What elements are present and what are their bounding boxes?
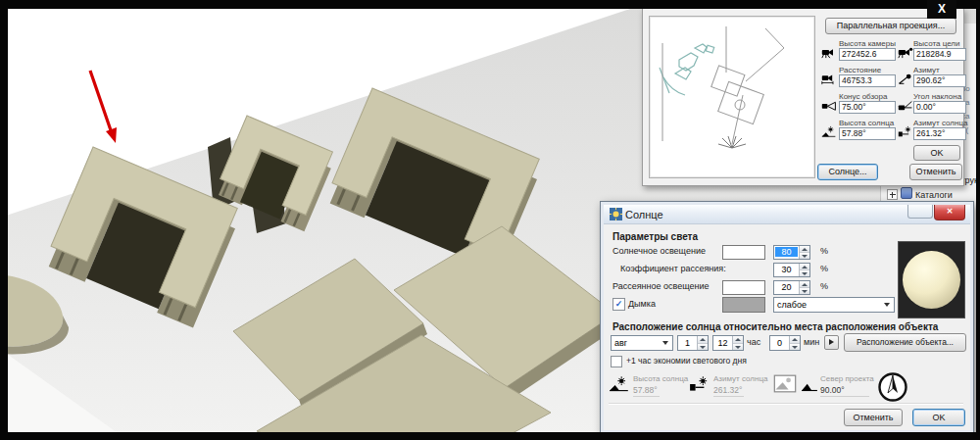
stepper-down-icon[interactable] bbox=[790, 344, 800, 351]
month-dropdown[interactable]: авг bbox=[611, 335, 673, 351]
minute-stepper[interactable]: 0 bbox=[769, 335, 801, 351]
minute-unit-label: мин bbox=[804, 337, 819, 347]
stepper-up-icon[interactable] bbox=[698, 336, 708, 344]
field-label: Высота цели bbox=[913, 39, 960, 48]
catalog-icon bbox=[901, 187, 912, 199]
north-icon bbox=[801, 380, 818, 392]
material-preview bbox=[898, 241, 965, 318]
azimuth-field[interactable]: 290.62° bbox=[913, 74, 966, 87]
stepper-down-icon[interactable] bbox=[800, 288, 809, 294]
frame-right bbox=[976, 0, 980, 440]
ok-button[interactable]: OK bbox=[912, 409, 965, 426]
projection-settings-dialog: Параллельная проекция... Высота камеры 2… bbox=[642, 8, 964, 186]
sun-altitude-icon bbox=[609, 376, 630, 392]
stepper-up-icon[interactable] bbox=[800, 246, 809, 253]
sun-dialog: Солнце ✕ Параметры света Солнечное освещ… bbox=[600, 201, 974, 434]
target-height-icon bbox=[898, 46, 913, 59]
azimuth-icon bbox=[898, 73, 913, 85]
ambient-label: Рассеянное освещение bbox=[612, 281, 710, 291]
frame-bottom bbox=[0, 432, 980, 440]
ok-button[interactable]: OK bbox=[913, 145, 960, 161]
tilt-angle-field[interactable]: 0.00° bbox=[913, 101, 966, 114]
object-location-button[interactable]: Расположение объекта... bbox=[844, 333, 966, 352]
altitude-value: 57.88° bbox=[633, 385, 660, 397]
camera-height-field[interactable]: 272452.6 bbox=[839, 48, 896, 61]
chevron-down-icon bbox=[662, 341, 668, 345]
sun-azimuth-field[interactable]: 261.32° bbox=[913, 127, 966, 140]
sun-azimuth-icon bbox=[689, 376, 710, 392]
close-icon[interactable]: ✕ bbox=[934, 205, 965, 220]
percent-label: % bbox=[820, 264, 828, 273]
plan-preview-drawing bbox=[650, 17, 814, 177]
sun-azimuth-icon bbox=[898, 125, 913, 138]
cancel-button[interactable]: Отменить bbox=[909, 164, 962, 180]
stepper-down-icon[interactable] bbox=[698, 344, 708, 351]
field-label: Конус обзора bbox=[839, 92, 887, 101]
stepper-down-icon[interactable] bbox=[800, 253, 809, 259]
project-north-value[interactable]: 90.00° bbox=[820, 385, 869, 397]
sun-dialog-titlebar[interactable]: Солнце ✕ bbox=[604, 205, 970, 224]
ambient-color-swatch[interactable] bbox=[722, 280, 765, 295]
stepper-up-icon[interactable] bbox=[800, 264, 809, 270]
help-button[interactable] bbox=[907, 205, 933, 219]
day-stepper[interactable]: 1 bbox=[677, 335, 709, 351]
stepper-up-icon[interactable] bbox=[800, 281, 809, 288]
camera-height-icon bbox=[821, 46, 837, 59]
haze-checkbox[interactable]: ✓ bbox=[612, 298, 625, 311]
field-label: Высота камеры bbox=[839, 39, 896, 48]
dst-label: +1 час экономии светового дня bbox=[626, 356, 747, 366]
dst-checkbox[interactable] bbox=[611, 356, 622, 367]
tree-item-catalogs[interactable]: Каталоги bbox=[901, 187, 953, 200]
cancel-button[interactable]: Отменить bbox=[844, 409, 903, 426]
preview-sphere bbox=[903, 251, 960, 309]
altitude-label: Высота солнца bbox=[633, 374, 688, 383]
position-section-header: Расположение солнца относительно места р… bbox=[612, 321, 938, 332]
app-frame: во са са в ( Общая инструкц Каталоги bbox=[0, 0, 980, 440]
sun-altitude-icon bbox=[821, 125, 837, 138]
haze-label: Дымка bbox=[628, 299, 656, 309]
light-section-header: Параметры света bbox=[612, 231, 698, 242]
field-label: Расстояние bbox=[839, 66, 881, 74]
sun-light-color-swatch[interactable] bbox=[722, 245, 765, 260]
sun-light-label: Солнечное освещение bbox=[612, 246, 706, 256]
stepper-up-icon[interactable] bbox=[733, 336, 743, 344]
azimuth-value: 261.32° bbox=[713, 385, 744, 397]
plan-preview[interactable] bbox=[649, 16, 815, 178]
sun-light-stepper[interactable]: 80 bbox=[773, 245, 810, 260]
view-cone-icon bbox=[821, 99, 837, 112]
tilt-angle-icon bbox=[898, 99, 913, 112]
field-label: Азимут солнца bbox=[913, 119, 967, 127]
haze-color-swatch[interactable] bbox=[722, 297, 765, 313]
sun-button[interactable]: Солнце... bbox=[817, 164, 878, 180]
distance-field[interactable]: 46753.3 bbox=[839, 74, 896, 87]
tree-expander-icon[interactable] bbox=[887, 189, 898, 200]
stepper-up-icon[interactable] bbox=[790, 336, 800, 344]
sun-dialog-icon bbox=[610, 208, 622, 220]
field-label: Азимут bbox=[913, 66, 940, 74]
project-north-label: Север проекта bbox=[820, 374, 874, 383]
distance-icon bbox=[821, 73, 837, 85]
chevron-down-icon bbox=[884, 303, 890, 307]
divider bbox=[609, 403, 963, 405]
play-icon[interactable] bbox=[824, 335, 839, 350]
haze-dropdown[interactable]: слабое bbox=[773, 297, 895, 313]
overlay-close-icon[interactable]: X bbox=[927, 0, 956, 19]
diffuse-stepper[interactable]: 30 bbox=[773, 263, 810, 277]
hour-unit-label: час bbox=[747, 337, 760, 347]
azimuth-label: Азимут солнца bbox=[713, 374, 767, 383]
field-label: Высота солнца bbox=[839, 119, 894, 127]
field-label: Угол наклона bbox=[913, 92, 961, 101]
compass-icon bbox=[876, 370, 909, 404]
target-height-field[interactable]: 218284.9 bbox=[913, 48, 966, 61]
parallel-projection-button[interactable]: Параллельная проекция... bbox=[825, 18, 956, 34]
photo-icon bbox=[773, 374, 797, 393]
hour-stepper[interactable]: 12 bbox=[712, 335, 744, 351]
check-icon: ✓ bbox=[613, 299, 624, 309]
percent-label: % bbox=[820, 281, 828, 291]
ambient-stepper[interactable]: 20 bbox=[773, 280, 810, 295]
sun-altitude-field[interactable]: 57.88° bbox=[839, 127, 896, 140]
view-cone-field[interactable]: 75.00° bbox=[839, 101, 896, 114]
frame-top bbox=[0, 0, 980, 9]
stepper-down-icon[interactable] bbox=[733, 344, 743, 351]
stepper-down-icon[interactable] bbox=[800, 270, 809, 276]
